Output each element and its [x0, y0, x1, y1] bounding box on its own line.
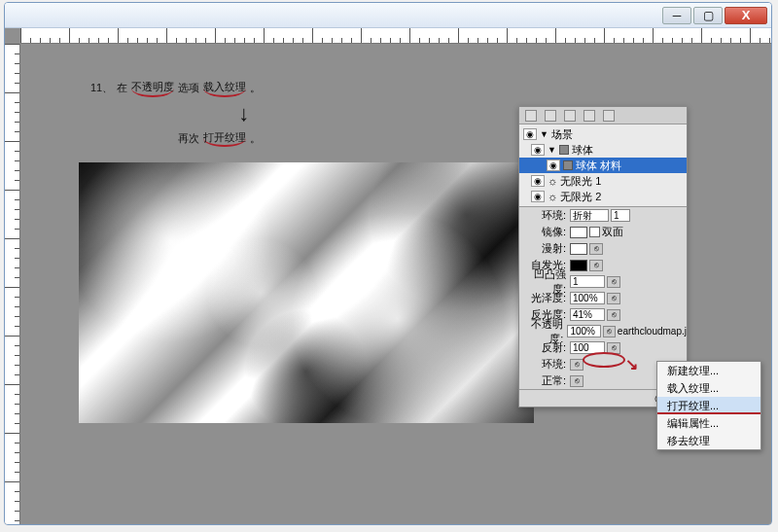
- tree-label: 球体 材料: [576, 159, 621, 173]
- texture-button[interactable]: ⎋: [607, 342, 620, 354]
- panel-tabs: [519, 107, 687, 124]
- prop-environment: 环境: 折射 1: [519, 207, 687, 224]
- opacity-texture-button[interactable]: ⎋: [603, 326, 616, 337]
- tree-label: 球体: [572, 143, 593, 158]
- texture-button[interactable]: ⎋: [607, 276, 620, 288]
- titlebar: ─ ▢ X: [5, 3, 771, 28]
- close-button[interactable]: X: [725, 7, 767, 24]
- minimize-button[interactable]: ─: [662, 7, 691, 24]
- visibility-icon[interactable]: ◉: [531, 175, 545, 187]
- reflection-input[interactable]: 100: [570, 341, 605, 354]
- chevron-down-icon[interactable]: ▼: [548, 145, 556, 155]
- client-area: 11、 在 不透明度 选项 载入纹理 。 ↓ 再次 打开纹理 。: [5, 28, 771, 524]
- prop-reflection: 反射: 100 ⎋: [519, 339, 687, 356]
- maximize-button[interactable]: ▢: [693, 7, 723, 24]
- texture-button[interactable]: ⎋: [607, 293, 620, 304]
- tree-label: 场景: [551, 127, 573, 142]
- chevron-down-icon[interactable]: ▼: [540, 129, 548, 139]
- tree-row-light1[interactable]: ◉ ☼ 无限光 1: [519, 173, 687, 189]
- step-number: 11、: [90, 80, 113, 96]
- texture-button[interactable]: ⎋: [607, 309, 620, 321]
- arrow-down-icon: ↓: [227, 97, 261, 129]
- mesh-icon: [559, 145, 569, 155]
- texture-button[interactable]: ⎋: [570, 375, 584, 387]
- opacity-texture-name: earthcloudmap.j: [618, 326, 687, 337]
- handwriting-annotation: 11、 在 不透明度 选项 载入纹理 。 ↓ 再次 打开纹理 。: [90, 79, 261, 147]
- texture-context-menu: 新建纹理... 载入纹理... 打开纹理... 编辑属性... 移去纹理: [656, 361, 761, 450]
- tree-row-light2[interactable]: ◉ ☼ 无限光 2: [519, 189, 687, 204]
- ruler-horizontal[interactable]: [20, 28, 771, 44]
- visibility-icon[interactable]: ◉: [531, 191, 545, 202]
- bump-input[interactable]: 1: [570, 275, 605, 288]
- tab-icon[interactable]: [603, 110, 615, 122]
- earth-cloud-texture-preview: [79, 162, 534, 423]
- tab-icon[interactable]: [545, 110, 556, 122]
- gloss-input[interactable]: 100%: [570, 292, 605, 304]
- menu-new-texture[interactable]: 新建纹理...: [657, 362, 760, 379]
- menu-open-texture[interactable]: 打开纹理...: [657, 397, 760, 414]
- tree-row-sphere[interactable]: ◉ ▼ 球体: [519, 142, 687, 158]
- visibility-icon[interactable]: ◉: [547, 160, 560, 171]
- tree-label: 无限光 2: [560, 190, 601, 204]
- menu-remove-texture[interactable]: 移去纹理: [657, 432, 760, 449]
- prop-bump: 凹凸强度: 1 ⎋: [519, 273, 687, 290]
- prop-diffuse: 漫射: ⎋: [519, 240, 687, 257]
- texture-button[interactable]: ⎋: [589, 243, 603, 255]
- color-swatch[interactable]: [570, 260, 587, 271]
- env-amount[interactable]: 1: [611, 209, 630, 222]
- light-icon: ☼: [548, 191, 557, 202]
- tab-icon[interactable]: [564, 110, 576, 122]
- scene-tree: ◉ ▼ 场景 ◉ ▼ 球体 ◉ 球体 材料: [519, 124, 687, 206]
- prop-gloss: 光泽度: 100% ⎋: [519, 290, 687, 306]
- reflectivity-input[interactable]: 41%: [570, 308, 605, 321]
- prop-opacity: 不透明度: 100% ⎋ earthcloudmap.j: [519, 323, 687, 339]
- texture-button[interactable]: ⎋: [589, 260, 603, 271]
- env-combo[interactable]: 折射: [570, 209, 609, 222]
- color-swatch[interactable]: [570, 227, 587, 238]
- opacity-input[interactable]: 100%: [567, 325, 600, 337]
- material-icon: [563, 160, 573, 170]
- twosided-checkbox[interactable]: [589, 227, 600, 237]
- texture-button[interactable]: ⎋: [570, 359, 584, 371]
- tree-row-material[interactable]: ◉ 球体 材料: [519, 158, 687, 173]
- light-icon: ☼: [548, 175, 557, 187]
- canvas[interactable]: 11、 在 不透明度 选项 载入纹理 。 ↓ 再次 打开纹理 。: [20, 44, 771, 524]
- prop-mirror: 镜像: 双面: [519, 224, 687, 240]
- menu-load-texture[interactable]: 载入纹理...: [657, 379, 760, 397]
- tab-icon[interactable]: [525, 110, 537, 122]
- menu-edit-props[interactable]: 编辑属性...: [657, 414, 760, 432]
- app-window: ─ ▢ X 11、 在 不透明度 选项 载入纹理 。 ↓ 再次 打开纹理 。: [4, 2, 772, 525]
- tree-label: 无限光 1: [560, 174, 601, 189]
- color-swatch[interactable]: [570, 243, 587, 255]
- tab-icon[interactable]: [584, 110, 595, 122]
- visibility-icon[interactable]: ◉: [531, 144, 545, 156]
- visibility-icon[interactable]: ◉: [523, 128, 537, 140]
- tree-row-scene[interactable]: ◉ ▼ 场景: [519, 126, 687, 142]
- ruler-vertical[interactable]: [5, 44, 20, 524]
